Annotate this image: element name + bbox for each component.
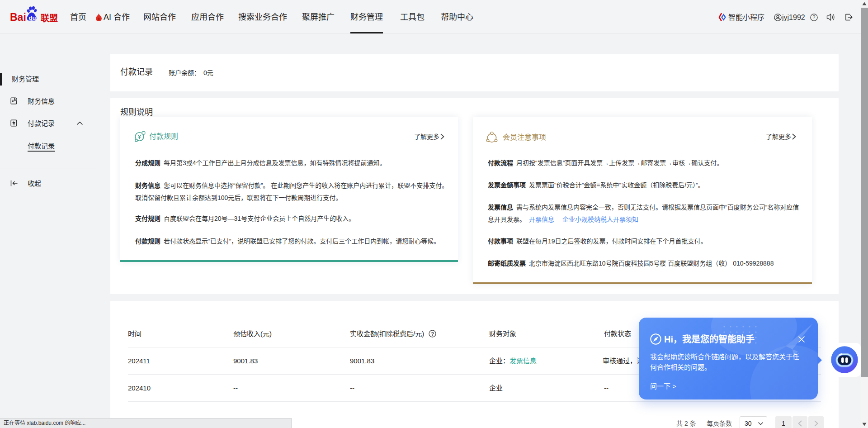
svg-text:Bai: Bai: [10, 11, 26, 23]
svg-text:?: ?: [431, 331, 434, 337]
svg-text:联盟: 联盟: [41, 14, 58, 23]
svg-text:du: du: [29, 14, 36, 21]
svg-text:?: ?: [812, 14, 815, 20]
